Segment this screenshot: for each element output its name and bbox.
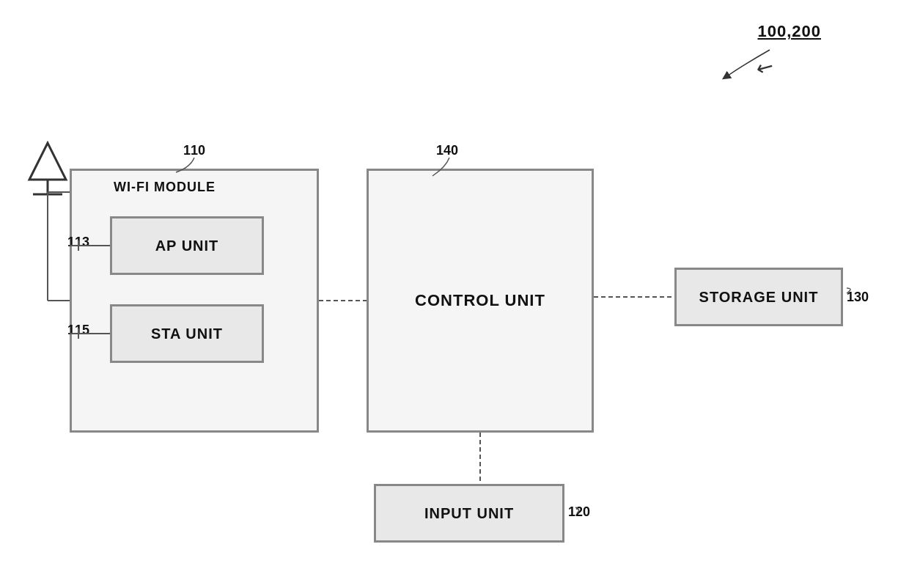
sta-unit-label: STA UNIT — [151, 326, 223, 342]
input-unit-label: INPUT UNIT — [424, 505, 514, 522]
antenna-icon — [26, 139, 70, 198]
reference-number: 100,200 — [757, 22, 821, 41]
ref-120: 120 — [568, 504, 590, 520]
input-unit-box: INPUT UNIT — [374, 484, 564, 543]
control-unit-label: CONTROL UNIT — [415, 291, 545, 310]
storage-unit-label: STORAGE UNIT — [699, 289, 819, 306]
ap-unit-label: AP UNIT — [155, 238, 219, 254]
storage-unit-box: STORAGE UNIT — [674, 268, 843, 326]
svg-marker-0 — [29, 143, 66, 180]
ref-140: 140 — [436, 143, 458, 158]
ref-130: 130 — [847, 290, 869, 305]
ref-113: 113 — [67, 235, 89, 250]
ref-110: 110 — [183, 143, 205, 158]
diagram-container: 100,200 ↙ WI-FI MODULE AP UNIT STA UNIT … — [0, 0, 909, 588]
ap-unit-box: AP UNIT — [110, 216, 264, 275]
control-unit-box: CONTROL UNIT — [367, 169, 594, 433]
wifi-module-box — [70, 169, 319, 433]
reference-arrow: ↙ — [751, 52, 778, 81]
wifi-module-label: WI-FI MODULE — [114, 180, 216, 195]
sta-unit-box: STA UNIT — [110, 304, 264, 363]
ref-115: 115 — [67, 323, 89, 338]
